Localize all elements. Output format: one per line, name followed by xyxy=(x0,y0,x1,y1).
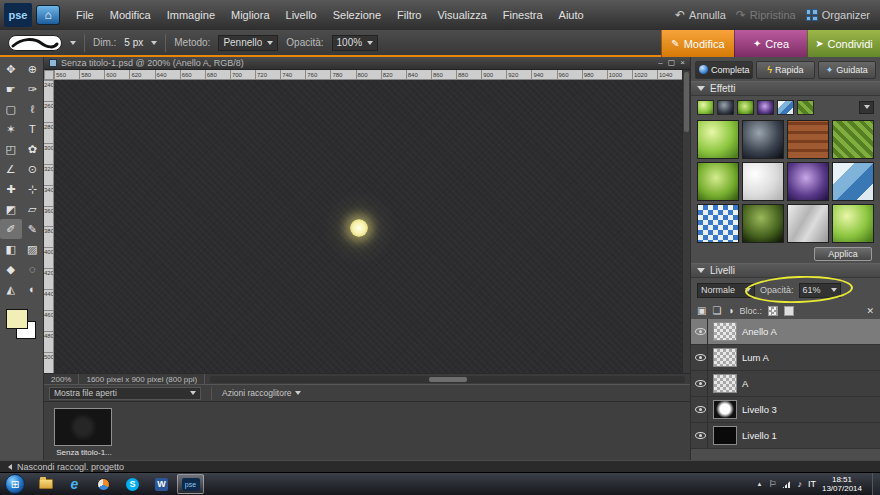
tool-rectangular-marquee[interactable]: ▢ xyxy=(0,99,22,119)
layer-row-livello-1[interactable]: Livello 1 xyxy=(691,423,880,449)
document-titlebar[interactable]: Senza titolo-1.psd @ 200% (Anello A, RGB… xyxy=(44,57,690,70)
tab-crea[interactable]: ✦ Crea xyxy=(734,30,807,57)
tool-sharpen[interactable]: ◭ xyxy=(0,279,22,299)
tool-move[interactable]: ✥ xyxy=(0,59,22,79)
lock-all-button[interactable] xyxy=(784,306,794,316)
menu-visualizza[interactable]: Visualizza xyxy=(429,0,494,30)
menu-finestra[interactable]: Finestra xyxy=(495,0,551,30)
effects-category[interactable] xyxy=(797,100,814,115)
vertical-scrollbar-thumb[interactable] xyxy=(684,72,689,132)
layer-name[interactable]: A xyxy=(742,378,748,389)
layer-thumbnail[interactable] xyxy=(713,426,737,445)
brush-mode-dropdown[interactable]: Pennello xyxy=(218,35,278,51)
effect-thumbnail[interactable] xyxy=(787,162,829,201)
effect-thumbnail[interactable] xyxy=(787,120,829,159)
tool-cookie-cutter[interactable]: ✿ xyxy=(22,139,44,159)
menu-migliora[interactable]: Migliora xyxy=(223,0,278,30)
redo-button[interactable]: ↷ Ripristina xyxy=(736,8,796,22)
tab-rapida[interactable]: ϟ Rapida xyxy=(756,61,814,79)
effect-thumbnail[interactable] xyxy=(697,204,739,243)
layer-row-anello-a[interactable]: Anello A xyxy=(691,319,880,345)
tool-sponge[interactable]: ◐ xyxy=(22,279,44,299)
language-indicator[interactable]: IT xyxy=(808,479,816,489)
brush-opacity-dropdown[interactable]: 100% xyxy=(332,35,379,51)
taskbar-icon-explorer[interactable] xyxy=(32,474,59,494)
open-file-thumbnail[interactable] xyxy=(54,408,112,446)
effects-category[interactable] xyxy=(737,100,754,115)
tab-condividi[interactable]: ➤ Condividi xyxy=(807,30,880,57)
effects-category[interactable] xyxy=(697,100,714,115)
taskbar-icon-media-player[interactable] xyxy=(90,474,117,494)
taskbar-icon-photoshop-elements[interactable]: pse xyxy=(177,474,204,494)
effect-thumbnail[interactable] xyxy=(742,162,784,201)
volume-icon[interactable]: ♪ xyxy=(797,479,802,489)
bin-actions-menu[interactable]: Azioni raccoglitore xyxy=(222,388,301,398)
layer-name[interactable]: Livello 1 xyxy=(742,430,777,441)
effect-thumbnail[interactable] xyxy=(787,204,829,243)
tool-brush[interactable]: ✐ xyxy=(0,219,22,239)
show-open-files-dropdown[interactable]: Mostra file aperti xyxy=(49,387,201,400)
tool-lasso[interactable]: ℓ xyxy=(22,99,44,119)
tool-healing-brush[interactable]: ⊹ xyxy=(22,179,44,199)
menu-filtro[interactable]: Filtro xyxy=(389,0,429,30)
menu-file[interactable]: File xyxy=(68,0,102,30)
effect-thumbnail[interactable] xyxy=(832,204,874,243)
start-button[interactable]: ⊞ xyxy=(5,474,25,494)
taskbar-icon-word[interactable]: W xyxy=(148,474,175,494)
zoom-level[interactable]: 200% xyxy=(44,374,79,385)
effects-category[interactable] xyxy=(717,100,734,115)
effects-filter-dropdown[interactable] xyxy=(859,101,874,114)
horizontal-scrollbar[interactable] xyxy=(210,376,685,383)
effects-panel-header[interactable]: Effetti xyxy=(691,81,880,96)
tool-shape[interactable]: ◆ xyxy=(0,259,22,279)
hide-project-bin-button[interactable]: Nascondi raccogl. progetto xyxy=(17,462,124,472)
home-icon[interactable]: ⌂ xyxy=(36,5,60,25)
tool-hand[interactable]: ☛ xyxy=(0,79,22,99)
layer-name[interactable]: Anello A xyxy=(742,326,777,337)
taskbar-icon-internet-explorer[interactable]: e xyxy=(61,474,88,494)
layer-thumbnail[interactable] xyxy=(713,374,737,393)
menu-selezione[interactable]: Selezione xyxy=(325,0,389,30)
canvas[interactable] xyxy=(54,80,682,373)
tool-spot-healing-brush[interactable]: ✚ xyxy=(0,179,22,199)
effect-thumbnail[interactable] xyxy=(697,120,739,159)
layers-panel-header[interactable]: Livelli xyxy=(691,263,880,278)
brush-stroke-preview[interactable] xyxy=(8,35,62,51)
vertical-scrollbar[interactable] xyxy=(682,70,690,373)
new-layer-icon[interactable]: ▣ xyxy=(697,306,706,316)
layer-row-livello-3[interactable]: Livello 3 xyxy=(691,397,880,423)
effect-thumbnail[interactable] xyxy=(832,162,874,201)
brush-size-value[interactable]: 5 px xyxy=(124,37,143,48)
layer-row-lum-a[interactable]: Lum A xyxy=(691,345,880,371)
tool-straighten[interactable]: ∠ xyxy=(0,159,22,179)
layer-row-a[interactable]: A xyxy=(691,371,880,397)
visibility-cell[interactable] xyxy=(693,319,708,344)
tool-clone-stamp[interactable]: ◩ xyxy=(0,199,22,219)
layer-opacity-dropdown[interactable]: 61% xyxy=(799,283,841,298)
tab-guidata[interactable]: ✦ Guidata xyxy=(818,61,876,79)
tool-eyedropper[interactable]: ✑ xyxy=(22,79,44,99)
effect-thumbnail[interactable] xyxy=(697,162,739,201)
effect-thumbnail[interactable] xyxy=(742,120,784,159)
doc-minimize-icon[interactable]: – xyxy=(658,58,662,68)
layer-thumbnail[interactable] xyxy=(713,322,737,341)
brush-preset-arrow-icon[interactable] xyxy=(70,41,76,45)
doc-maximize-icon[interactable]: ▢ xyxy=(668,58,676,68)
tool-blur[interactable]: ◌ xyxy=(22,259,44,279)
visibility-cell[interactable] xyxy=(693,371,708,396)
taskbar-icon-skype[interactable]: S xyxy=(119,474,146,494)
effect-thumbnail[interactable] xyxy=(742,204,784,243)
blend-mode-dropdown[interactable]: Normale xyxy=(697,283,755,298)
visibility-cell[interactable] xyxy=(693,397,708,422)
tab-completa[interactable]: Completa xyxy=(695,61,753,79)
action-center-flag-icon[interactable]: ⚐ xyxy=(768,479,776,489)
effect-thumbnail[interactable] xyxy=(832,120,874,159)
effects-category[interactable] xyxy=(777,100,794,115)
menu-immagine[interactable]: Immagine xyxy=(159,0,223,30)
tool-red-eye-removal[interactable]: ⊙ xyxy=(22,159,44,179)
apply-effect-button[interactable]: Applica xyxy=(814,247,872,261)
undo-button[interactable]: ↶ Annulla xyxy=(675,8,726,22)
tool-zoom[interactable]: ⊕ xyxy=(22,59,44,79)
layer-name[interactable]: Lum A xyxy=(742,352,769,363)
network-icon[interactable] xyxy=(782,480,791,488)
